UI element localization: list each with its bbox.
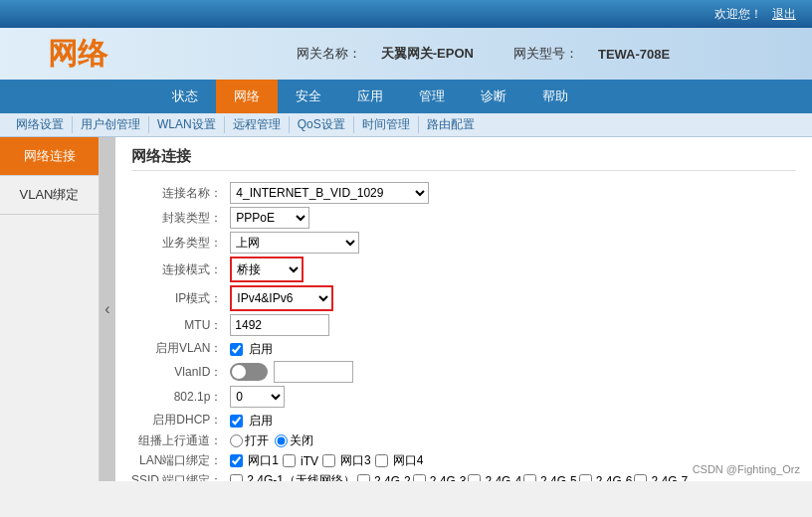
lan-itv-checkbox[interactable] (283, 454, 296, 467)
type-label: 网关型号： (513, 45, 578, 63)
multicast-off-radio[interactable] (275, 434, 288, 447)
ssid-bind-label: SSID 端口绑定： (131, 472, 230, 481)
service-select[interactable]: 上网 (230, 232, 359, 254)
ssid-24g4-checkbox[interactable] (468, 474, 481, 481)
form-row-8021p: 802.1p： 0 (131, 386, 688, 408)
form-row-service: 业务类型： 上网 (131, 232, 688, 254)
tab-diag[interactable]: 诊断 (463, 80, 524, 113)
ssid-24g1-label: 2.4G-1（无线网络） (247, 472, 355, 481)
sub-nav-user-manage[interactable]: 用户创管理 (73, 116, 149, 133)
sub-nav-time[interactable]: 时间管理 (354, 116, 419, 133)
multicast-on-label: 打开 (245, 432, 269, 449)
ssid-24g7-label: 2.4G-7 (651, 474, 688, 482)
sidebar-collapse-arrow[interactable]: ‹ (100, 137, 115, 481)
lan-bind-label: LAN端口绑定： (131, 452, 230, 469)
ssid-24g5-checkbox[interactable] (523, 474, 536, 481)
type-value: TEWA-708E (598, 47, 670, 62)
footer-credit: CSDN @Fighting_Orz (693, 463, 800, 475)
enable-vlan-label: 启用VLAN： (131, 339, 230, 358)
lan-port3-checkbox[interactable] (322, 454, 335, 467)
form-row-enable-dhcp: 启用DHCP： 启用 (131, 411, 688, 430)
form-row-connection-name: 连接名称： 4_INTERNET_B_VID_1029 (131, 182, 688, 204)
connect-mode-label: 连接模式： (131, 257, 230, 282)
content-area: 网络连接 连接名称： 4_INTERNET_B_VID_1029 封装类型： (115, 137, 812, 481)
connection-name-select[interactable]: 4_INTERNET_B_VID_1029 (230, 182, 429, 204)
form-row-mtu: MTU： (131, 314, 688, 336)
mtu-label: MTU： (131, 314, 230, 336)
ssid-24g3-checkbox[interactable] (413, 474, 426, 481)
encap-select[interactable]: PPPoE (230, 207, 309, 229)
tab-app[interactable]: 应用 (339, 80, 401, 113)
ssid-24g2-checkbox[interactable] (357, 474, 370, 481)
sidebar-item-vlan-bind[interactable]: VLAN绑定 (0, 176, 99, 215)
sidebar: 网络连接 VLAN绑定 (0, 137, 100, 481)
lan-port1-label: 网口1 (248, 452, 279, 469)
form-row-ip-mode: IP模式： IPv4&IPv6 (131, 285, 688, 311)
gateway-name: 天翼网关-EPON (381, 45, 474, 63)
form-row-ssid-bind: SSID 端口绑定： 2.4G-1（无线网络） 2.4G-2 2.4G-3 2.… (131, 472, 688, 481)
form-row-multicast: 组播上行通道： 打开 关闭 (131, 432, 688, 449)
tab-help[interactable]: 帮助 (524, 80, 586, 113)
form-row-vlan-id: VlanID： (131, 361, 688, 383)
mtu-input[interactable] (230, 314, 329, 336)
logo-area: 网络 (0, 34, 154, 75)
ip-mode-select[interactable]: IPv4&IPv6 (232, 287, 331, 309)
form-row-lan-bind: LAN端口绑定： 网口1 iTV 网口3 网口4 (131, 452, 688, 469)
connection-name-label: 连接名称： (131, 182, 230, 204)
connect-mode-select[interactable]: 桥接 (232, 258, 302, 280)
nav-bar: 状态 网络 安全 应用 管理 诊断 帮助 (0, 80, 812, 113)
vlan-id-label: VlanID： (131, 361, 230, 383)
form-row-encap: 封装类型： PPPoE (131, 207, 688, 229)
logout-link[interactable]: 退出 (772, 6, 796, 23)
form-row-connect-mode: 连接模式： 桥接 (131, 257, 688, 282)
tab-network[interactable]: 网络 (216, 80, 278, 113)
connection-name-value[interactable]: 4_INTERNET_B_VID_1029 (230, 182, 688, 204)
vlan-slider[interactable] (230, 363, 268, 381)
tab-status[interactable]: 状态 (154, 80, 216, 113)
sub-nav-remote[interactable]: 远程管理 (225, 116, 290, 133)
multicast-label: 组播上行通道： (131, 432, 230, 449)
gateway-label: 网关名称： (297, 45, 361, 63)
lan-port3-label: 网口3 (340, 452, 371, 469)
sidebar-item-network-connection[interactable]: 网络连接 (0, 137, 99, 176)
enable-dhcp-label: 启用DHCP： (131, 411, 230, 430)
header-info: 网关名称：天翼网关-EPON 网关型号：TEWA-708E (154, 45, 812, 63)
multicast-off-label: 关闭 (290, 432, 313, 449)
content-title: 网络连接 (131, 147, 796, 171)
lan-port1-checkbox[interactable] (230, 454, 243, 467)
enable-vlan-checkbox[interactable] (230, 343, 243, 356)
lan-port4-label: 网口4 (393, 452, 424, 469)
sub-nav-wlan[interactable]: WLAN设置 (149, 116, 225, 133)
logo-text: 网络 (48, 34, 107, 75)
ssid-24g7-checkbox[interactable] (634, 474, 647, 481)
multicast-on-radio[interactable] (230, 434, 243, 447)
sub-nav-network-settings[interactable]: 网络设置 (8, 116, 73, 133)
ssid-24g6-label: 2.4G-6 (596, 474, 633, 482)
tab-manage[interactable]: 管理 (401, 80, 463, 113)
enable-dhcp-text: 启用 (249, 413, 273, 430)
tab-security[interactable]: 安全 (278, 80, 339, 113)
lan-itv-label: iTV (301, 454, 318, 468)
form-table: 连接名称： 4_INTERNET_B_VID_1029 封装类型： PPPoE (131, 179, 688, 481)
form-row-enable-vlan: 启用VLAN： 启用 (131, 339, 688, 358)
enable-dhcp-checkbox[interactable] (230, 415, 243, 428)
encap-label: 封装类型： (131, 207, 230, 229)
sub-nav: 网络设置 用户创管理 WLAN设置 远程管理 QoS设置 时间管理 路由配置 (0, 113, 812, 137)
enable-vlan-text: 启用 (249, 341, 273, 358)
ip-mode-label: IP模式： (131, 285, 230, 311)
8021p-select[interactable]: 0 (230, 386, 285, 408)
ssid-24g4-label: 2.4G-4 (485, 474, 521, 482)
sub-nav-qos[interactable]: QoS设置 (290, 116, 354, 133)
ssid-24g1-checkbox[interactable] (230, 474, 243, 481)
vlan-id-input[interactable] (274, 361, 353, 383)
8021p-label: 802.1p： (131, 386, 230, 408)
ssid-24g2-label: 2.4G-2 (374, 474, 411, 482)
lan-port4-checkbox[interactable] (375, 454, 388, 467)
sub-nav-route[interactable]: 路由配置 (419, 116, 483, 133)
welcome-text: 欢迎您！ (714, 6, 762, 23)
ssid-24g5-label: 2.4G-5 (540, 474, 577, 482)
ssid-24g6-checkbox[interactable] (579, 474, 592, 481)
ssid-24g3-label: 2.4G-3 (430, 474, 467, 482)
service-label: 业务类型： (131, 232, 230, 254)
